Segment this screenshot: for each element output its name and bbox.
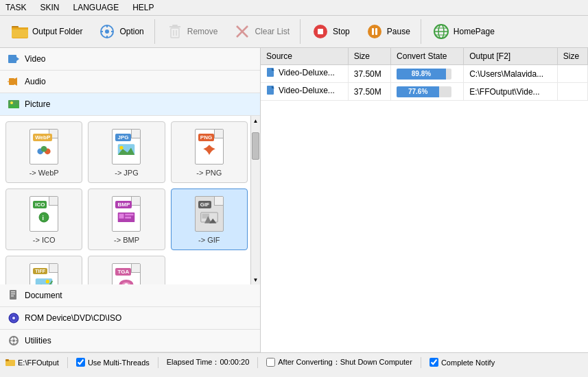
- ico-label: -> ICO: [33, 236, 56, 244]
- col-source: Source: [261, 48, 348, 65]
- svg-point-40: [39, 212, 49, 222]
- stop-button[interactable]: Stop: [305, 19, 356, 45]
- complete-notify-label[interactable]: Complete Notify: [441, 358, 495, 367]
- rom-icon: [7, 311, 21, 325]
- menu-skin[interactable]: SKIN: [37, 1, 62, 14]
- homepage-button[interactable]: HomePage: [425, 19, 501, 45]
- jpg-file-icon: JPG: [110, 127, 143, 166]
- category-rom-label: ROM Device\DVD\CD\ISO: [25, 313, 121, 323]
- main-area: Video Audio Picture: [0, 48, 588, 352]
- category-picture[interactable]: Picture: [0, 93, 260, 116]
- size-cell-1: 37.50M: [348, 83, 390, 101]
- conversion-table: Source Size Convert State Output [F2] Si…: [261, 48, 588, 101]
- format-tga[interactable]: TGA -> TGA: [88, 256, 165, 284]
- format-grid: WebP -> WebP JPG: [0, 116, 260, 284]
- after-converting-item: After Converting：Shut Down Computer: [266, 357, 412, 367]
- format-png[interactable]: PNG -> PNG: [171, 121, 248, 183]
- svg-point-63: [12, 339, 15, 342]
- output-size-cell-0: [557, 65, 587, 83]
- status-sep-3: [257, 357, 258, 368]
- svg-point-39: [120, 146, 124, 149]
- gif-label: -> GIF: [198, 236, 220, 244]
- format-bmp[interactable]: BMP -> BMP: [88, 188, 165, 250]
- stop-icon: [311, 22, 330, 41]
- format-jpg[interactable]: JPG -> JPG: [88, 121, 165, 183]
- picture-icon: [7, 97, 21, 111]
- elapsed-time-item: Elapsed Time：00:00:20: [167, 357, 249, 367]
- svg-point-60: [12, 317, 15, 319]
- table-row[interactable]: Video-Deluxe...37.50M89.8%C:\Users\Malav…: [261, 65, 588, 83]
- tga-file-icon: TGA: [110, 262, 143, 284]
- output-cell-0: C:\Users\Malavida...: [464, 65, 558, 83]
- format-scroll-area: WebP -> WebP JPG: [0, 116, 260, 284]
- clear-list-button[interactable]: Clear List: [226, 19, 296, 45]
- complete-notify-item: Complete Notify: [430, 358, 495, 367]
- category-audio[interactable]: Audio: [0, 71, 260, 93]
- svg-rect-20: [372, 28, 374, 35]
- document-icon: [7, 289, 21, 302]
- ico-file-icon: ICO i: [27, 195, 60, 233]
- png-label: -> PNG: [196, 169, 222, 177]
- pause-icon: [365, 22, 384, 41]
- category-video[interactable]: Video: [0, 48, 260, 71]
- scroll-down-arrow[interactable]: ▼: [251, 275, 261, 284]
- output-cell-1: E:\FFOutput\Vide...: [464, 83, 558, 101]
- clear-list-icon: [233, 22, 252, 41]
- svg-rect-11: [172, 25, 178, 26]
- svg-rect-27: [8, 55, 16, 63]
- output-size-cell-1: [557, 83, 587, 101]
- format-webp[interactable]: WebP -> WebP: [5, 121, 82, 183]
- bmp-label: -> BMP: [114, 236, 139, 244]
- option-icon: [97, 22, 117, 41]
- svg-point-36: [41, 146, 47, 152]
- tiff-file-icon: TIFF: [27, 262, 60, 284]
- file-table: Source Size Convert State Output [F2] Si…: [261, 48, 588, 352]
- format-tiff[interactable]: TIFF -> TIFF: [5, 256, 82, 284]
- category-rom[interactable]: ROM Device\DVD\CD\ISO: [0, 307, 260, 330]
- homepage-label: HomePage: [454, 27, 495, 36]
- folder-icon: [10, 22, 30, 41]
- table-row[interactable]: Video-Deluxe...37.50M77.6%E:\FFOutput\Vi…: [261, 83, 588, 101]
- source-cell-0: Video-Deluxe...: [261, 65, 348, 83]
- table-header: Source Size Convert State Output [F2] Si…: [261, 48, 588, 65]
- format-scrollbar[interactable]: ▲ ▼: [250, 116, 260, 284]
- option-button[interactable]: Option: [91, 19, 150, 45]
- category-picture-label: Picture: [25, 99, 50, 109]
- progress-bar-container-0: 89.8%: [397, 69, 451, 80]
- category-document-label: Document: [25, 291, 62, 300]
- format-gif[interactable]: GIF -> GIF: [171, 188, 248, 250]
- elapsed-time-label: Elapsed Time：00:00:20: [167, 357, 249, 367]
- svg-rect-3: [12, 27, 28, 29]
- status-sep-1: [67, 357, 68, 368]
- format-ico[interactable]: ICO i -> ICO: [5, 188, 82, 250]
- svg-point-51: [46, 280, 49, 283]
- scroll-up-arrow[interactable]: ▲: [251, 116, 261, 125]
- category-utilities[interactable]: Utilities: [0, 330, 260, 352]
- category-document[interactable]: Document: [0, 284, 260, 307]
- svg-rect-12: [171, 28, 179, 38]
- category-video-label: Video: [25, 54, 45, 64]
- menu-language[interactable]: LANGUAGE: [70, 1, 121, 14]
- pause-button[interactable]: Pause: [359, 19, 416, 45]
- table-body: Video-Deluxe...37.50M89.8%C:\Users\Malav…: [261, 65, 588, 101]
- svg-rect-50: [36, 278, 53, 284]
- multi-threads-label[interactable]: Use Multi-Threads: [88, 358, 150, 367]
- progress-cell-1: 77.6%: [391, 83, 464, 101]
- menu-help[interactable]: HELP: [130, 1, 156, 14]
- progress-bar-container-1: 77.6%: [397, 86, 451, 97]
- remove-button[interactable]: Remove: [159, 19, 224, 45]
- source-cell-1: Video-Deluxe...: [261, 83, 348, 101]
- scroll-thumb[interactable]: [252, 132, 259, 160]
- after-converting-checkbox[interactable]: [266, 358, 275, 367]
- scroll-track[interactable]: [251, 125, 260, 275]
- complete-notify-checkbox[interactable]: [430, 358, 438, 367]
- jpg-label: -> JPG: [115, 169, 139, 177]
- output-folder-button[interactable]: Output Folder: [4, 19, 89, 45]
- progress-bar-1: 77.6%: [397, 86, 439, 97]
- toolbar-separator-1: [154, 19, 155, 44]
- bmp-file-icon: BMP: [110, 195, 143, 233]
- status-sep-4: [421, 357, 421, 368]
- after-converting-label[interactable]: After Converting：Shut Down Computer: [278, 357, 412, 367]
- menu-task[interactable]: TASK: [3, 1, 29, 14]
- multi-threads-checkbox[interactable]: [76, 358, 85, 367]
